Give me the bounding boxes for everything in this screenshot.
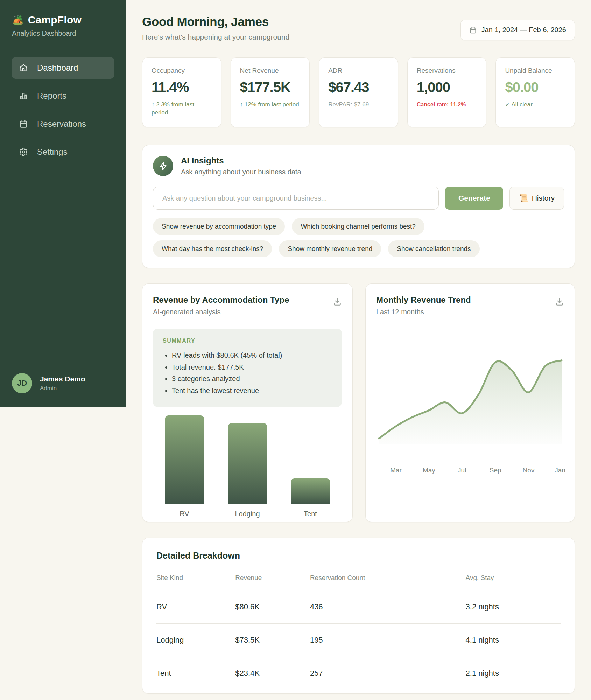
chart-subtitle: AI-generated analysis — [153, 308, 342, 316]
kpi-delta: ↑ 12% from last period — [240, 101, 301, 109]
x-axis-ticks: Mar May Jul Sep Nov Jan — [376, 467, 565, 477]
kpi-card-reservations: Reservations 1,000 Cancel rate: 11.2% — [407, 57, 487, 127]
suggestion-chip[interactable]: Which booking channel performs best? — [292, 218, 424, 235]
cell-reservation-count: 436 — [310, 602, 466, 611]
kpi-card-unpaid-balance: Unpaid Balance $0.00 ✓ All clear — [495, 57, 575, 127]
date-range-picker[interactable]: Jan 1, 2024 — Feb 6, 2026 — [460, 20, 575, 40]
suggestion-chip[interactable]: Show monthly revenue trend — [279, 240, 381, 257]
user-profile[interactable]: JD James Demo Admin — [12, 360, 114, 393]
history-label: History — [532, 194, 555, 202]
user-role: Admin — [40, 385, 85, 392]
home-icon — [19, 63, 28, 72]
kpi-card-adr: ADR $67.43 RevPAR: $7.69 — [319, 57, 398, 127]
trend-svg — [376, 324, 565, 464]
campflow-logo-icon: 🏕️ — [12, 14, 24, 26]
kpi-label: Net Revenue — [240, 67, 301, 75]
kpi-value: $67.43 — [328, 79, 389, 95]
bar-category-label: Tent — [291, 510, 330, 518]
area-chart: Mar May Jul Sep Nov Jan — [376, 324, 565, 477]
kpi-cancel-rate: Cancel rate: 11.2% — [417, 101, 477, 108]
suggestion-chip[interactable]: Show cancellation trends — [388, 240, 479, 257]
page-title: Good Morning, James — [142, 15, 289, 29]
cell-reservation-count: 195 — [310, 636, 466, 645]
sidebar-item-label: Settings — [37, 147, 68, 157]
x-tick: Mar — [390, 467, 402, 474]
chart-title: Revenue by Accommodation Type — [153, 295, 342, 305]
table-row: Lodging $73.5K 195 4.1 nights — [156, 624, 561, 657]
profile-divider — [12, 360, 114, 360]
kpi-value: $0.00 — [505, 79, 565, 95]
chart-subtitle: Last 12 months — [376, 308, 564, 316]
bar-chart — [153, 415, 342, 504]
kpi-card-occupancy: Occupancy 11.4% ↑ 2.3% from last period — [142, 57, 221, 127]
table-row: Tent $23.4K 257 2.1 nights — [156, 657, 561, 690]
calendar-icon — [19, 119, 28, 128]
kpi-all-clear: ✓ All clear — [505, 101, 565, 109]
sidebar: 🏕️ CampFlow Analytics Dashboard Dashboar… — [0, 0, 126, 407]
kpi-label: Reservations — [417, 67, 477, 75]
scroll-icon: 📜 — [519, 194, 528, 202]
brand: 🏕️ CampFlow — [12, 14, 114, 26]
column-header: Reservation Count — [310, 574, 466, 582]
ai-summary-box: SUMMARY RV leads with $80.6K (45% of tot… — [153, 329, 342, 407]
sidebar-item-label: Reservations — [37, 119, 86, 129]
download-icon[interactable] — [555, 297, 564, 308]
sidebar-item-settings[interactable]: Settings — [12, 141, 114, 163]
table-header-row: Site Kind Revenue Reservation Count Avg.… — [156, 574, 561, 590]
sidebar-item-label: Reports — [37, 91, 66, 101]
download-icon[interactable] — [333, 297, 342, 308]
history-button[interactable]: 📜 History — [509, 187, 564, 210]
bar-tent — [291, 478, 330, 504]
kpi-sub-revpar: RevPAR: $7.69 — [328, 101, 389, 109]
kpi-card-net-revenue: Net Revenue $177.5K ↑ 12% from last peri… — [231, 57, 310, 127]
summary-list: RV leads with $80.6K (45% of total) Tota… — [163, 350, 332, 397]
cell-reservation-count: 257 — [310, 669, 466, 678]
x-tick: Nov — [523, 467, 535, 474]
page-subtitle: Here's what's happening at your campgrou… — [142, 33, 289, 41]
cell-site-kind: Tent — [156, 669, 235, 678]
sidebar-item-reservations[interactable]: Reservations — [12, 113, 114, 135]
cell-revenue: $23.4K — [235, 669, 310, 678]
summary-label: SUMMARY — [163, 338, 332, 344]
kpi-row: Occupancy 11.4% ↑ 2.3% from last period … — [142, 57, 575, 127]
trend-area-fill — [379, 360, 562, 445]
sidebar-item-reports[interactable]: Reports — [12, 85, 114, 107]
bar-labels: RV Lodging Tent — [153, 510, 342, 518]
column-header: Revenue — [235, 574, 310, 582]
suggestion-chip[interactable]: What day has the most check-ins? — [153, 240, 272, 257]
kpi-value: 11.4% — [152, 79, 212, 95]
ai-insights-subtitle: Ask anything about your business data — [181, 168, 301, 176]
bar-category-label: Lodging — [228, 510, 267, 518]
sidebar-item-label: Dashboard — [37, 63, 78, 73]
main-content: Good Morning, James Here's what's happen… — [142, 0, 575, 694]
kpi-value: 1,000 — [417, 79, 477, 95]
date-range-label: Jan 1, 2024 — Feb 6, 2026 — [481, 26, 566, 34]
cell-avg-stay: 4.1 nights — [466, 636, 561, 645]
bar-category-label: RV — [165, 510, 204, 518]
suggestion-chip[interactable]: Show revenue by accommodation type — [153, 218, 285, 235]
cell-site-kind: RV — [156, 602, 235, 611]
suggestion-chips-row-2: What day has the most check-ins? Show mo… — [153, 240, 564, 257]
column-header: Avg. Stay — [466, 574, 561, 582]
calendar-icon — [469, 26, 477, 34]
summary-bullet: 3 categories analyzed — [172, 373, 332, 385]
x-tick: May — [423, 467, 435, 474]
summary-bullet: Total revenue: $177.5K — [172, 362, 332, 373]
detailed-breakdown-card: Detailed Breakdown Site Kind Revenue Res… — [142, 538, 575, 694]
user-name: James Demo — [40, 375, 85, 383]
kpi-label: ADR — [328, 67, 389, 75]
x-tick: Jan — [555, 467, 565, 474]
kpi-label: Occupancy — [152, 67, 212, 75]
brand-name: CampFlow — [28, 14, 82, 26]
summary-bullet: RV leads with $80.6K (45% of total) — [172, 350, 332, 362]
avatar: JD — [12, 373, 32, 393]
ai-question-input[interactable] — [153, 187, 439, 210]
ai-bolt-icon — [153, 156, 173, 176]
suggestion-chips-row-1: Show revenue by accommodation type Which… — [153, 218, 564, 235]
cell-avg-stay: 3.2 nights — [466, 602, 561, 611]
generate-button[interactable]: Generate — [445, 187, 503, 210]
page-header: Good Morning, James Here's what's happen… — [142, 15, 575, 41]
charts-row: Revenue by Accommodation Type AI-generat… — [142, 284, 575, 522]
sidebar-item-dashboard[interactable]: Dashboard — [12, 57, 114, 79]
gear-icon — [19, 147, 28, 156]
